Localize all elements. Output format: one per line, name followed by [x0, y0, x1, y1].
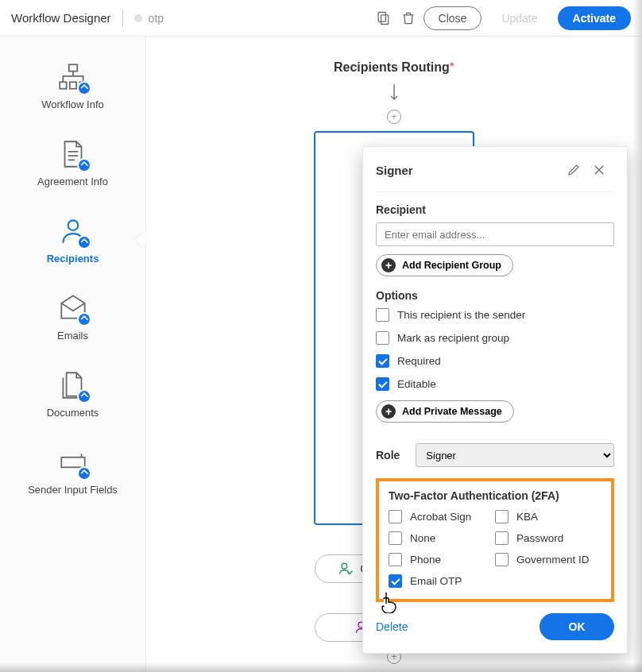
- workflow-name: otp: [149, 12, 164, 25]
- add-private-message-button[interactable]: +Add Private Message: [376, 400, 514, 423]
- plus-icon: +: [381, 258, 396, 272]
- sidebar-item-agreement-info[interactable]: Agreement Info: [0, 137, 145, 187]
- app-title: Workflow Designer: [11, 11, 111, 25]
- sidebar-item-label: Emails: [57, 330, 88, 342]
- panel-title: Signer: [376, 164, 563, 177]
- checkbox-government-id[interactable]: Government ID: [495, 553, 601, 566]
- sidebar: Workflow Info Agreement Info Recipients …: [0, 37, 146, 672]
- tfa-section: Two-Factor Authentication (2FA) Acrobat …: [376, 478, 614, 602]
- documents-icon: [56, 369, 90, 402]
- recipient-panel: Signer Recipient +Add Recipient Group Op…: [362, 146, 628, 654]
- add-recipient-group-button[interactable]: +Add Recipient Group: [376, 254, 513, 276]
- arrow-down-icon: [389, 84, 399, 102]
- plus-icon: +: [381, 404, 396, 419]
- checkbox-editable[interactable]: Editable: [376, 377, 614, 391]
- trash-icon[interactable]: [398, 8, 419, 29]
- checkbox-sender[interactable]: This recipient is the sender: [376, 308, 614, 322]
- signer-icon: [338, 561, 354, 577]
- sidebar-item-label: Agreement Info: [37, 176, 108, 187]
- sidebar-item-label: Recipients: [47, 253, 99, 265]
- checkbox-none[interactable]: None: [389, 531, 495, 545]
- svg-rect-2: [68, 64, 77, 71]
- sidebar-item-label: Documents: [47, 407, 99, 419]
- svg-rect-4: [69, 82, 75, 88]
- sidebar-item-sender-input-fields[interactable]: Sender Input Fields: [0, 446, 145, 496]
- delete-link[interactable]: Delete: [376, 620, 408, 633]
- checkbox-phone[interactable]: Phone: [389, 553, 495, 566]
- svg-rect-3: [60, 82, 66, 88]
- svg-point-6: [68, 220, 78, 230]
- sidebar-item-recipients[interactable]: Recipients: [0, 214, 145, 265]
- checkbox-group[interactable]: Mark as recipient group: [376, 331, 614, 345]
- tfa-label: Two-Factor Authentication (2FA): [389, 489, 601, 502]
- sidebar-item-label: Workflow Info: [41, 98, 104, 110]
- sidebar-item-workflow-info[interactable]: Workflow Info: [0, 60, 145, 110]
- checkbox-required[interactable]: Required: [376, 354, 614, 368]
- add-node-button[interactable]: +: [387, 110, 401, 124]
- svg-point-9: [342, 563, 347, 569]
- agreement-info-icon: [56, 137, 90, 171]
- recipient-label: Recipient: [376, 203, 614, 216]
- checkbox-kba[interactable]: KBA: [495, 510, 601, 523]
- ok-button[interactable]: OK: [540, 613, 614, 640]
- copy-icon[interactable]: [373, 8, 393, 29]
- role-select[interactable]: Signer: [416, 443, 614, 467]
- activate-button[interactable]: Activate: [558, 6, 631, 30]
- emails-icon: [56, 292, 90, 325]
- close-icon[interactable]: [589, 160, 609, 180]
- svg-rect-7: [61, 458, 84, 468]
- pencil-icon[interactable]: [563, 160, 584, 180]
- close-button[interactable]: Close: [423, 6, 482, 30]
- role-label: Role: [376, 449, 400, 462]
- checkbox-password[interactable]: Password: [495, 531, 601, 545]
- options-label: Options: [376, 289, 614, 302]
- recipients-icon: [56, 214, 90, 248]
- checkbox-acrobat-sign[interactable]: Acrobat Sign: [389, 510, 495, 523]
- svg-rect-1: [381, 14, 388, 24]
- input-fields-icon: [56, 446, 90, 479]
- sidebar-item-emails[interactable]: Emails: [0, 292, 145, 342]
- email-field[interactable]: [376, 222, 614, 246]
- routing-title: Recipients Routing*: [334, 60, 454, 75]
- svg-rect-0: [378, 12, 385, 21]
- sidebar-item-label: Sender Input Fields: [28, 484, 118, 496]
- update-button: Update: [486, 6, 552, 30]
- status-dot: [134, 14, 142, 22]
- workflow-info-icon: [56, 60, 90, 94]
- separator: [122, 10, 123, 27]
- sidebar-item-documents[interactable]: Documents: [0, 369, 145, 419]
- checkbox-email-otp[interactable]: Email OTP: [389, 574, 495, 588]
